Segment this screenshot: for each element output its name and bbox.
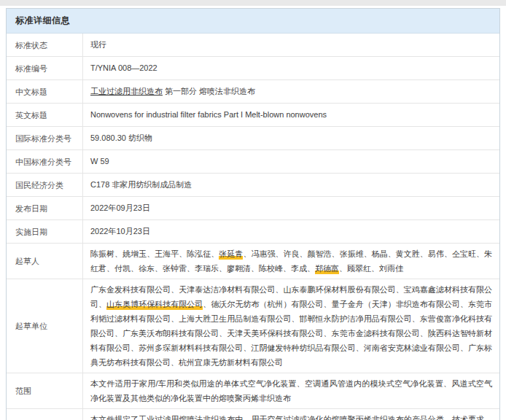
- table-row: 主要技术内容 本文件规定了工业过滤用熔喷法非织造布中，用于空气过滤或净化的熔喷聚…: [7, 409, 499, 420]
- field-label: 标准编号: [7, 57, 83, 79]
- detail-table: 标准状态 现行 标准编号 T/YNIA 008—2022 中文标题 工业过滤用非…: [7, 34, 499, 420]
- field-label: 发布日期: [7, 197, 83, 219]
- field-label: 起草单位: [7, 279, 83, 373]
- field-value: W 59: [83, 150, 499, 173]
- field-value: 59.080.30 纺织物: [83, 127, 499, 149]
- field-label: 中文标题: [7, 80, 83, 103]
- highlighted-text-annotation: 山东奥博环保科技有限公司: [106, 300, 203, 310]
- field-label: 中国标准分类号: [7, 150, 83, 173]
- field-value: 2022年09月23日: [83, 197, 499, 219]
- table-row: 实施日期 2022年10月23日: [7, 220, 499, 244]
- highlighted-text-annotation: 张延青: [219, 249, 243, 260]
- field-label: 国际标准分类号: [7, 127, 83, 149]
- page: { "panel": { "title": "标准详细信息" }, "color…: [0, 0, 506, 420]
- field-label: 范围: [7, 373, 83, 408]
- field-value: Nonwovens for industrial filter fabrics …: [83, 104, 499, 126]
- field-label: 英文标题: [7, 104, 83, 126]
- table-row: 中文标题 工业过滤用非织造布 第一部分 熔喷法非织造布: [7, 80, 499, 104]
- page-top-strip: [0, 0, 506, 6]
- value-text: 第一部分 熔喷法非织造布: [163, 87, 255, 96]
- table-row: 范围 本文件适用于家用/车用和类似用途的单体式空气净化装置、空调通风管道内的模块…: [7, 373, 499, 409]
- field-value: T/YNIA 008—2022: [83, 57, 499, 79]
- standard-detail-panel: 标准详细信息 标准状态 现行 标准编号 T/YNIA 008—2022 中文标题…: [6, 8, 500, 420]
- field-value: 本文件适用于家用/车用和类似用途的单体式空气净化装置、空调通风管道内的模块式空气…: [83, 373, 499, 408]
- field-value: 2022年10月23日: [83, 220, 499, 243]
- table-row: 标准状态 现行: [7, 34, 499, 57]
- highlighted-text-annotation: 郑德富: [315, 264, 339, 274]
- field-label: 标准状态: [7, 34, 83, 56]
- field-label: 主要技术内容: [7, 409, 83, 420]
- value-text: 、顾翠红、刘雨佳: [339, 264, 403, 273]
- value-text: 陈振树、姚增玉、王海平、陈泓征、: [90, 249, 219, 258]
- table-row: 国际标准分类号 59.080.30 纺织物: [7, 127, 499, 150]
- table-row: 发布日期 2022年09月23日: [7, 197, 499, 220]
- field-value: 广东金发科技有限公司、天津泰达洁净材料有限公司、山东泰鹏环保材料股份有限公司、宝…: [83, 279, 499, 373]
- field-label: 实施日期: [7, 220, 83, 243]
- field-value: 工业过滤用非织造布 第一部分 熔喷法非织造布: [83, 80, 499, 103]
- field-value: 现行: [83, 34, 499, 56]
- field-label: 国民经济分类: [7, 174, 83, 196]
- field-value: 本文件规定了工业过滤用熔喷法非织造布中，用于空气过滤或净化的熔喷聚丙烯非织造布的…: [83, 409, 499, 420]
- standard-title-link[interactable]: 工业过滤用非织造布: [90, 87, 163, 96]
- field-label: 起草人: [7, 244, 83, 279]
- table-row: 起草人 陈振树、姚增玉、王海平、陈泓征、张延青、冯惠强、许良、颜智浩、张振维、杨…: [7, 244, 499, 279]
- field-value: C178 非家用纺织制成品制造: [83, 174, 499, 196]
- table-row: 英文标题 Nonwovens for industrial filter fab…: [7, 104, 499, 127]
- table-row: 国民经济分类 C178 非家用纺织制成品制造: [7, 174, 499, 197]
- table-row: 标准编号 T/YNIA 008—2022: [7, 57, 499, 80]
- panel-title: 标准详细信息: [7, 9, 499, 34]
- table-row: 中国标准分类号 W 59: [7, 150, 499, 174]
- field-value: 陈振树、姚增玉、王海平、陈泓征、张延青、冯惠强、许良、颜智浩、张振维、杨晶、黄文…: [83, 244, 499, 279]
- table-row: 起草单位 广东金发科技有限公司、天津泰达洁净材料有限公司、山东泰鹏环保材料股份有…: [7, 279, 499, 373]
